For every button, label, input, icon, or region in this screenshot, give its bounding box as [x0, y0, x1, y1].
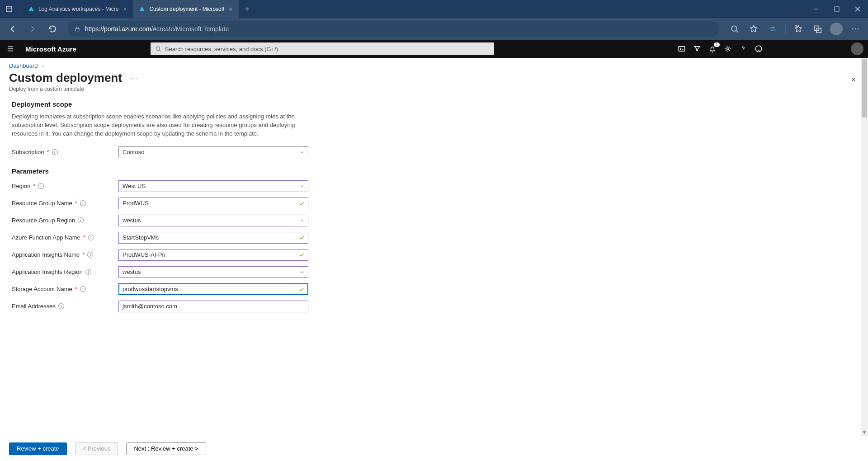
emails-input[interactable]: jsmith@contoso.com	[118, 301, 308, 312]
storage-input[interactable]: prodwusstartstopvms	[118, 283, 308, 295]
info-icon[interactable]: i	[80, 286, 86, 292]
portal-brand[interactable]: Microsoft Azure	[25, 45, 76, 53]
chevron-right-icon: ›	[42, 62, 44, 69]
browser-app-icon[interactable]	[0, 5, 18, 13]
label-storage: Storage Account Name* i	[12, 286, 118, 292]
profile-avatar[interactable]	[830, 23, 843, 35]
svg-point-7	[855, 28, 856, 30]
tab-title: Log Analytics workspaces - Micro	[38, 6, 118, 12]
svg-point-9	[156, 47, 160, 50]
checkmark-icon	[298, 286, 305, 292]
info-icon[interactable]: i	[80, 200, 86, 206]
account-avatar[interactable]	[851, 42, 863, 55]
ai-region-select[interactable]: westus	[118, 266, 308, 278]
zoom-icon[interactable]	[726, 20, 744, 38]
wizard-footer: Review + create < Previous Next : Review…	[0, 436, 868, 461]
sync-icon[interactable]	[764, 20, 782, 38]
checkmark-icon	[298, 200, 305, 207]
info-icon[interactable]: i	[78, 217, 84, 223]
extensions-icon[interactable]	[808, 20, 826, 38]
vertical-scrollbar[interactable]: ▲ ▼	[861, 58, 868, 436]
svg-rect-2	[75, 28, 79, 31]
breadcrumb: Dashboard ›	[0, 58, 868, 71]
scrollbar-thumb[interactable]	[862, 59, 867, 118]
form-content: Deployment scope Deploying templates at …	[0, 100, 861, 434]
notifications-icon[interactable]: 1	[708, 44, 717, 53]
svg-point-3	[731, 26, 737, 31]
feedback-icon[interactable]	[754, 44, 763, 53]
portal-menu-button[interactable]	[5, 43, 16, 55]
divider	[785, 24, 786, 34]
browser-toolbar: https://portal.azure.com/#create/Microso…	[0, 18, 868, 40]
info-icon[interactable]: i	[85, 269, 91, 275]
label-subscription: Subscription* i	[12, 149, 118, 155]
more-actions-button[interactable]: ···	[130, 74, 139, 82]
lock-icon	[74, 26, 80, 32]
window-maximize-button[interactable]	[826, 0, 847, 18]
breadcrumb-link-dashboard[interactable]: Dashboard	[9, 62, 38, 69]
info-icon[interactable]: i	[58, 303, 64, 309]
favorites-icon[interactable]	[745, 20, 763, 38]
svg-rect-0	[6, 6, 12, 12]
rg-region-select[interactable]: westus	[118, 215, 308, 226]
window-close-button[interactable]	[847, 0, 868, 18]
rg-name-input[interactable]: ProdWUS	[118, 198, 308, 209]
region-select[interactable]: West US	[118, 180, 308, 192]
page-title: Custom deployment	[9, 71, 122, 85]
previous-button[interactable]: < Previous	[75, 442, 118, 455]
nav-back-button[interactable]	[4, 20, 22, 38]
search-placeholder: Search resources, services, and docs (G+…	[165, 46, 278, 52]
label-ai-name: Application Insights Name* i	[12, 251, 118, 258]
review-create-button[interactable]: Review + create	[9, 442, 67, 455]
subscription-select[interactable]: Contoso	[118, 146, 308, 158]
nav-refresh-button[interactable]	[43, 20, 61, 38]
address-bar[interactable]: https://portal.azure.com/#create/Microso…	[68, 21, 719, 37]
azure-favicon-icon	[28, 5, 35, 13]
browser-titlebar: Log Analytics workspaces - Micro Custom …	[0, 0, 868, 18]
label-rg-region: Resource Group Region i	[12, 217, 118, 224]
label-fn-app: Azure Function App Name* i	[12, 234, 118, 241]
portal-search-input[interactable]: Search resources, services, and docs (G+…	[151, 42, 494, 55]
label-region: Region* i	[12, 183, 118, 189]
section-heading-parameters: Parameters	[12, 167, 849, 175]
browser-tab-inactive[interactable]: Log Analytics workspaces - Micro	[22, 0, 133, 18]
page-subtitle: Deploy from a custom template	[0, 85, 868, 100]
scroll-down-arrow-icon[interactable]: ▼	[861, 428, 868, 436]
divider	[20, 4, 20, 14]
close-icon[interactable]	[228, 6, 233, 12]
collections-icon[interactable]	[789, 20, 807, 38]
info-icon[interactable]: i	[88, 235, 94, 240]
notification-badge: 1	[714, 42, 720, 47]
next-button[interactable]: Next : Review + create >	[126, 442, 206, 455]
svg-rect-10	[679, 47, 685, 52]
close-blade-button[interactable]	[850, 76, 857, 83]
window-minimize-button[interactable]	[806, 0, 826, 18]
tab-title: Custom deployment - Microsoft	[149, 6, 224, 12]
checkmark-icon	[298, 235, 305, 241]
azure-favicon-icon	[138, 5, 146, 13]
settings-icon[interactable]	[723, 44, 732, 53]
label-rg-name: Resource Group Name* i	[12, 200, 118, 207]
info-icon[interactable]: i	[38, 183, 44, 189]
info-icon[interactable]: i	[87, 252, 93, 258]
label-emails: Email Addresses i	[12, 303, 118, 310]
directory-filter-icon[interactable]	[693, 44, 702, 53]
nav-forward-button[interactable]	[24, 20, 42, 38]
close-icon[interactable]	[122, 6, 127, 12]
help-icon[interactable]	[739, 44, 748, 53]
svg-rect-1	[835, 7, 839, 11]
svg-point-11	[727, 48, 729, 50]
browser-tab-active[interactable]: Custom deployment - Microsoft	[133, 0, 239, 18]
section-heading-scope: Deployment scope	[12, 100, 849, 108]
browser-menu-button[interactable]	[846, 20, 864, 38]
cloud-shell-icon[interactable]	[677, 44, 686, 53]
azure-portal-header: Microsoft Azure Search resources, servic…	[0, 40, 868, 58]
new-tab-button[interactable]: +	[239, 0, 255, 18]
info-icon[interactable]: i	[52, 149, 58, 155]
fn-app-input[interactable]: StartStopVMs	[118, 232, 308, 244]
ai-name-input[interactable]: ProdWUS-AI-Pri	[118, 249, 308, 261]
url-text: https://portal.azure.com/#create/Microso…	[85, 25, 229, 33]
svg-point-8	[858, 28, 859, 30]
section-description: Deploying templates at subscription scop…	[12, 113, 319, 138]
svg-point-6	[852, 28, 854, 30]
